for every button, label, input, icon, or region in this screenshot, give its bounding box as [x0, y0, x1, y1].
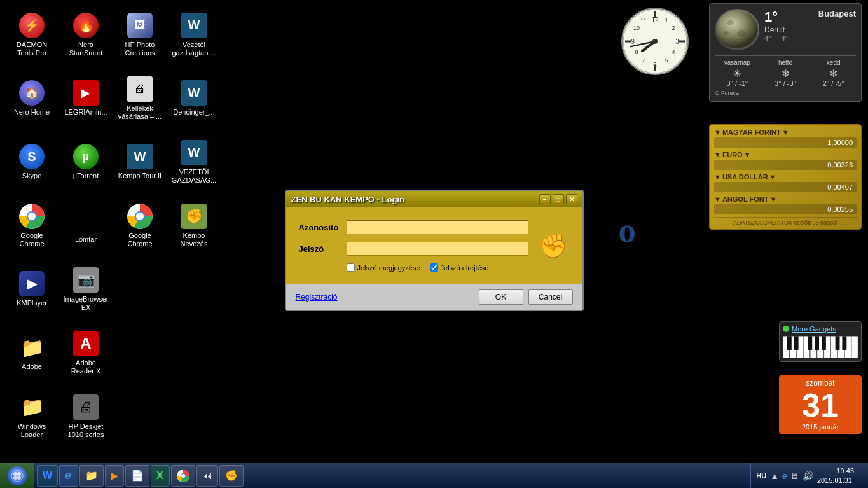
dialog-content: Azonosító Jelszó Jelszó megjegyzése — [286, 207, 582, 284]
kellekek-icon: 🖨 — [127, 76, 153, 102]
hp-photo-label: HP Photo Creations — [118, 41, 162, 57]
adobe-folder-icon: 📁 — [19, 335, 45, 360]
svg-text:6: 6 — [653, 62, 657, 69]
taskbar-media2[interactable]: ⏮ — [196, 465, 218, 487]
icon-dencinger[interactable]: W Dencinger_... — [169, 70, 219, 127]
more-gadgets-link[interactable]: More Gadgets — [792, 325, 836, 333]
ok-button[interactable]: OK — [479, 289, 523, 305]
taskbar-word[interactable]: W — [37, 465, 58, 487]
dialog-controls: – □ ✕ — [539, 194, 577, 204]
piano-widget: More Gadgets — [779, 321, 862, 362]
svg-text:10: 10 — [633, 25, 640, 31]
icon-trash[interactable]: 🗑 Lomtár — [60, 197, 111, 254]
kmplayer-label: KMPlayer — [17, 299, 47, 307]
icon-vezeto[interactable]: W Vezetői gazdságtan ... — [169, 6, 219, 64]
weather-range: 4° – -4° — [764, 34, 788, 42]
icon-nero-home[interactable]: 🏠 Nero Home — [6, 70, 57, 127]
dialog-logo: ✊ — [538, 220, 570, 272]
taskbar-excel-icon: X — [156, 470, 163, 482]
login-dialog[interactable]: ZEN BU KAN KEMPO - Login – □ ✕ Azonosító… — [285, 190, 584, 311]
taskbar-ie[interactable]: e — [59, 465, 78, 487]
nero-icon: 🔥 — [73, 13, 99, 38]
icon-kempo-nevezes[interactable]: ✊ Kempo Nevezés — [169, 197, 219, 254]
nero-home-icon: 🏠 — [19, 80, 45, 106]
start-orb-icon — [8, 466, 27, 485]
jelszo-row: Jelszó — [299, 242, 528, 256]
kempo-nevezes-icon: ✊ — [181, 204, 207, 229]
icon-legri[interactable]: ▶ LEGRIAmin... — [60, 70, 111, 127]
svg-rect-41 — [851, 336, 858, 358]
show-desktop-button[interactable] — [858, 465, 863, 487]
azonosito-input[interactable] — [347, 220, 528, 234]
icon-hp-deskjet[interactable]: 🖨 HP Deskjet 1010 series — [60, 388, 111, 445]
icon-imagebrowser[interactable]: 📷 ImageBrowser EX — [60, 261, 111, 318]
tray-arrow-icon[interactable]: ▲ — [770, 471, 779, 481]
dialog-maximize-button[interactable]: □ — [553, 194, 564, 204]
taskbar-kempo-icon: ✊ — [225, 470, 238, 482]
icon-kempo-tour[interactable]: W Kempo Tour II — [114, 134, 165, 191]
vezeto-label: Vezetői gazdságtan ... — [172, 41, 216, 57]
taskbar-explorer[interactable]: 📁 — [79, 465, 104, 487]
icon-nero[interactable]: 🔥 Nero StartSmart — [60, 6, 111, 64]
icon-windows-loader[interactable]: 📁 Windows Loader — [6, 388, 57, 445]
weather-days: vasárnap ☀ 3° / -1° hétfő ❄ 3° / -3° ked… — [715, 55, 856, 87]
dialog-title: ZEN BU KAN KEMPO - Login — [291, 195, 404, 204]
kmplayer-icon: ▶ — [19, 271, 45, 296]
taskbar-kempo[interactable]: ✊ — [219, 465, 244, 487]
dialog-titlebar: ZEN BU KAN KEMPO - Login – □ ✕ — [286, 191, 582, 207]
tray-ie-icon[interactable]: e — [782, 471, 787, 481]
icon-adobe-reader[interactable]: A Adobe Reader X — [60, 324, 111, 382]
dialog-close-button[interactable]: ✕ — [566, 194, 577, 204]
dialog-buttons: OK Cancel — [479, 289, 573, 305]
svg-point-28 — [727, 20, 734, 25]
system-time: 19:45 — [817, 466, 854, 475]
icon-chrome1[interactable]: Google Chrome — [6, 197, 57, 254]
start-button[interactable] — [0, 463, 34, 489]
system-clock[interactable]: 19:45 2015.01.31. — [817, 466, 854, 485]
currency-section-huf: ▼ MAGYAR FORINT ▼ 1,00000 — [713, 128, 858, 148]
icon-skype[interactable]: S Skype — [6, 134, 57, 191]
svg-point-26 — [652, 39, 658, 44]
chrome2-icon — [127, 204, 153, 229]
taskbar-chrome[interactable] — [171, 465, 195, 487]
weather-desc: Derült — [764, 25, 788, 34]
cancel-button[interactable]: Cancel — [528, 289, 573, 305]
jelszo-megjegyzes-checkbox[interactable] — [347, 263, 355, 272]
tray-network-icon[interactable]: 🖥 — [790, 471, 799, 481]
daemon-tools-icon: ⚡ — [19, 13, 45, 38]
icon-daemon-tools[interactable]: ⚡ DAEMON Tools Pro — [6, 6, 57, 64]
icon-kellekek[interactable]: 🖨 Kellékek vásárlása – ... — [114, 70, 165, 127]
jelszo-elrejtes-checkbox[interactable] — [430, 263, 438, 272]
hp-deskjet-label: HP Deskjet 1010 series — [64, 422, 108, 439]
icon-chrome2[interactable]: Google Chrome — [114, 197, 165, 254]
trash-icon: 🗑 — [73, 207, 99, 233]
icon-hp-photo[interactable]: 🖼 HP Photo Creations — [114, 6, 165, 64]
icon-vezeto-gazd2[interactable]: W VEZETŐI GAZDASÁG... — [169, 134, 219, 191]
taskbar-docs[interactable]: 📄 — [125, 465, 149, 487]
icon-utorrent[interactable]: µ µTorrent — [60, 134, 111, 191]
taskbar-excel[interactable]: X — [151, 465, 170, 487]
desktop: ⚡ DAEMON Tools Pro 🔥 Nero StartSmart 🖼 H… — [0, 0, 868, 488]
skype-icon: S — [19, 144, 45, 169]
daemon-tools-label: DAEMON Tools Pro — [10, 41, 54, 57]
kempo-tour-label: Kempo Tour II — [118, 172, 162, 180]
chrome1-label: Google Chrome — [10, 232, 54, 248]
tray-volume-icon[interactable]: 🔊 — [803, 471, 813, 481]
svg-text:4: 4 — [672, 49, 675, 55]
dialog-minimize-button[interactable]: – — [539, 194, 551, 204]
svg-point-52 — [13, 476, 17, 480]
icon-kmplayer[interactable]: ▶ KMPlayer — [6, 261, 57, 318]
svg-point-56 — [181, 474, 185, 478]
taskbar-media[interactable]: ▶ — [105, 465, 124, 487]
currency-section-gbp: ▼ ANGOL FONT ▼ 0,00255 — [713, 195, 858, 214]
jelszo-input[interactable] — [347, 242, 528, 256]
icon-adobe-folder[interactable]: 📁 Adobe — [6, 324, 57, 382]
dialog-form: Azonosító Jelszó Jelszó megjegyzése — [299, 220, 528, 272]
currency-footer: ADATSZOLGÁLTATÓK ezelőtt 93 nappal — [713, 217, 858, 226]
svg-point-30 — [724, 31, 729, 35]
taskbar-right: HU ▲ e 🖥 🔊 19:45 2015.01.31. — [750, 463, 868, 488]
currency-usd-title: ▼ USA DOLLÁR ▼ — [713, 172, 858, 181]
register-link[interactable]: Regisztráció — [296, 293, 338, 302]
taskbar-ie-icon: e — [65, 469, 71, 482]
currency-eur-value: 0,00323 — [714, 160, 857, 170]
